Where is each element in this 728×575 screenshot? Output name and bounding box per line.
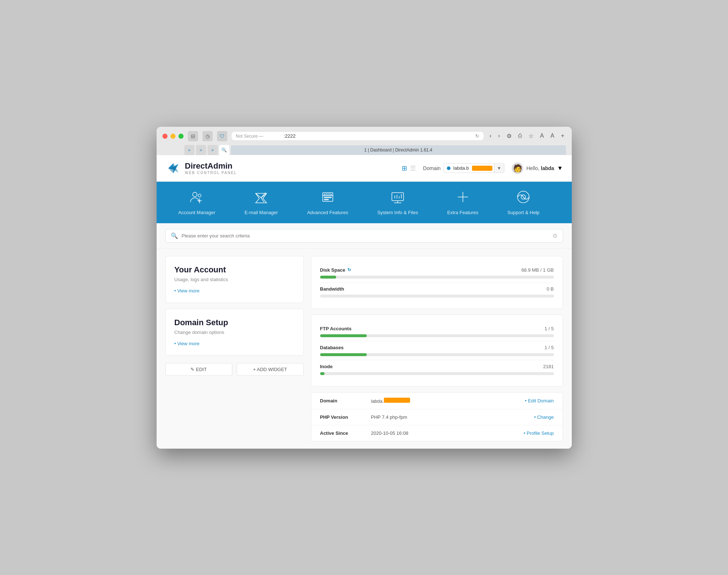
browser-actions: ‹ › ⚙ ⎙ ☆ A A + [488,132,566,140]
system-info-icon [390,190,405,206]
right-column: Disk Space ↻ 68.9 MB / 1 GB Bandwidth [311,256,563,441]
bandwidth-stat: Bandwidth 0 B [320,283,554,301]
disk-space-value: 68.9 MB / 1 GB [522,267,554,273]
address-bar[interactable]: Not Secure — :2222 ↻ [232,132,484,140]
nav-item-extra-features[interactable]: Extra Features [433,182,493,223]
user-menu-arrow: ▼ [557,165,563,172]
close-button[interactable] [162,134,168,139]
search-bar: 🔍 ⚙ [165,229,563,243]
databases-value: 1 / 5 [544,345,554,350]
nav-item-email-manager[interactable]: E-mail Manager [230,182,292,223]
domain-dropdown-arrow[interactable]: ▼ [494,164,504,173]
change-php-link[interactable]: • Change [534,414,554,420]
tab-icon-2[interactable]: » [196,145,206,155]
user-greeting: Hello, labda [526,165,554,171]
disk-space-label: Disk Space ↻ [320,267,351,273]
nav-label-email-manager: E-mail Manager [244,210,278,215]
svg-point-3 [198,194,201,197]
domain-status-dot [447,166,450,170]
domain-input[interactable]: labda.b ▼ [444,163,505,173]
your-account-card: Your Account Usage, logs and statistics … [165,256,304,303]
bookmark-button[interactable]: ☆ [527,132,535,140]
share-button[interactable]: ⎙ [517,132,523,140]
add-widget-button[interactable]: + ADD WIDGET [237,363,304,376]
tab-icon-3[interactable]: » [208,145,218,155]
nav-label-support: Support & Help [507,210,539,215]
nav-label-account-manager: Account Manager [178,210,216,215]
new-tab-button[interactable]: + [559,132,566,140]
domain-setup-title: Domain Setup [174,318,295,327]
inode-progress-bar [320,372,554,375]
maximize-button[interactable] [178,134,184,139]
tab-label[interactable]: 1 | Dashboard | DirectAdmin 1.61.4 [231,145,566,155]
nav-label-system-info: System Info & Files [377,210,418,215]
font-button[interactable]: A [549,132,556,140]
nav-item-advanced-features[interactable]: Advanced Features [292,182,363,223]
header-right: ⊞ ☰ Domain labda.b ▼ 🧑 Hello, labda [402,162,563,174]
domain-name-text: labda.b [452,164,471,173]
domain-info-val-domain: labda. [371,398,525,404]
forward-button[interactable]: › [496,132,501,140]
ftp-accounts-progress-bar [320,334,554,337]
reader-button[interactable]: A [539,132,546,140]
back-button[interactable]: ‹ [488,132,493,140]
disk-space-stat: Disk Space ↻ 68.9 MB / 1 GB [320,264,554,283]
main-content: Your Account Usage, logs and statistics … [157,249,572,449]
domain-info-card: Domain labda. • Edit Domain PHP Version … [311,392,563,441]
domain-info-row-php: PHP Version PHP 7.4 php-fpm • Change [311,409,563,425]
app-nav: Account Manager E-mail Manager [157,182,572,223]
inode-value: 2181 [543,364,554,369]
inode-stat: Inode 2181 [320,360,554,379]
shield-icon[interactable]: 🛡 [217,131,227,141]
domain-info-key-active: Active Since [320,430,371,436]
user-menu[interactable]: 🧑 Hello, labda ▼ [512,162,563,174]
svg-rect-8 [324,197,331,198]
account-stats-card: FTP Accounts 1 / 5 Databases 1 / 5 [311,315,563,386]
left-column: Your Account Usage, logs and statistics … [165,256,304,441]
support-icon [516,190,531,206]
domain-info-val-active: 2020-10-05 16:08 [371,430,524,436]
account-manager-icon [189,190,204,206]
minimize-button[interactable] [170,134,176,139]
edit-domain-link[interactable]: • Edit Domain [525,398,554,403]
logo-area: DirectAdmin web control panel [165,160,237,176]
email-manager-icon [254,190,268,206]
avatar: 🧑 [512,162,523,174]
edit-button[interactable]: ✎ EDIT [165,363,232,376]
list-view-icon[interactable]: ☰ [410,164,416,172]
domain-setup-view-more[interactable]: • View more [174,341,200,346]
databases-progress-fill [320,353,367,356]
settings-button[interactable]: ⚙ [505,132,513,140]
your-account-view-more[interactable]: • View more [174,288,200,294]
nav-label-extra-features: Extra Features [447,210,478,215]
browser-tabs: » » » 🔍 1 | Dashboard | DirectAdmin 1.61… [162,145,566,155]
logo-title: DirectAdmin [185,161,237,171]
traffic-lights [162,134,184,139]
search-settings-icon[interactable]: ⚙ [552,232,558,239]
svg-rect-9 [324,199,328,200]
tab-icon-4[interactable]: 🔍 [219,145,229,155]
reload-icon[interactable]: ↻ [475,133,479,139]
sidebar-icon[interactable]: ⊟ [188,131,198,141]
search-bar-area: 🔍 ⚙ [157,223,572,249]
browser-chrome: ⊟ ◷ 🛡 Not Secure — :2222 ↻ ‹ › ⚙ ⎙ ☆ A A… [157,127,572,155]
bandwidth-progress-bar [320,295,554,298]
browser-window: ⊟ ◷ 🛡 Not Secure — :2222 ↻ ‹ › ⚙ ⎙ ☆ A A… [157,127,572,449]
refresh-icon[interactable]: ↻ [347,267,351,272]
history-icon[interactable]: ◷ [202,131,213,141]
domain-info-row-active: Active Since 2020-10-05 16:08 • Profile … [311,425,563,441]
domain-setup-subtitle: Change domain options [174,330,295,335]
app-content: DirectAdmin web control panel ⊞ ☰ Domain… [157,155,572,449]
search-input[interactable] [182,233,549,239]
extra-features-icon [456,190,470,206]
url-port: :2222 [284,133,296,139]
nav-item-support[interactable]: Support & Help [493,182,554,223]
logo-subtitle: web control panel [185,171,237,175]
nav-item-system-info[interactable]: System Info & Files [363,182,433,223]
tab-icon-1[interactable]: » [184,145,194,155]
domain-blurred-part [472,166,492,171]
your-account-subtitle: Usage, logs and statistics [174,277,295,282]
nav-item-account-manager[interactable]: Account Manager [164,182,230,223]
profile-setup-link[interactable]: • Profile Setup [524,430,554,436]
grid-view-icon[interactable]: ⊞ [402,164,407,172]
